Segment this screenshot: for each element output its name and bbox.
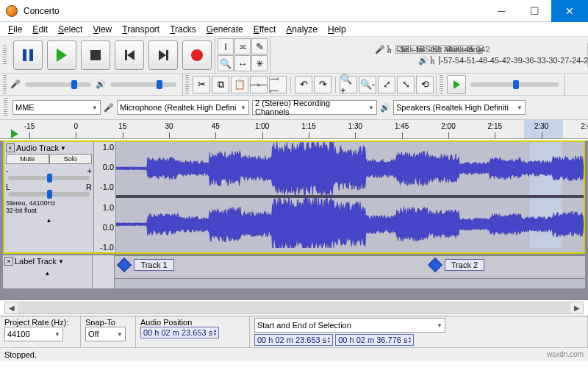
skip-end-button[interactable] (148, 40, 178, 70)
solo-button[interactable]: Solo (49, 154, 93, 164)
horizontal-scrollbar[interactable]: ◀▶ (4, 302, 584, 314)
label-track-lane[interactable]: Track 1Track 2 (115, 255, 585, 279)
selection-mode-select[interactable]: Start and End of Selection▼ (254, 318, 445, 333)
skip-start-button[interactable] (115, 40, 144, 70)
waveform-left-channel[interactable] (116, 142, 584, 195)
menu-effect[interactable]: Effect (248, 23, 281, 36)
maximize-button[interactable]: ☐ (518, 0, 551, 22)
mic-icon: 🎤 (10, 79, 21, 89)
track-collapse-icon[interactable]: ▲ (6, 217, 92, 224)
selection-start-field[interactable]: 00 h 02 m 23.653 s▴▾ (254, 334, 333, 346)
track-title: Audio Track (16, 143, 59, 152)
speaker-icon: 🔊 (96, 79, 106, 89)
label-marker[interactable]: Track 2 (430, 259, 484, 271)
audio-position-field[interactable]: 00 h 02 m 23.653 s▴▾ (140, 327, 219, 338)
zoom-tool-icon[interactable]: 🔍 (218, 55, 234, 71)
track-format-label: Stereo, 44100Hz 32-bit float (6, 199, 92, 214)
mute-button[interactable]: Mute (6, 154, 49, 164)
device-toolbar: MME▼ 🎤 Microphone (Realtek High Defini▼ … (0, 96, 588, 120)
transport-toolbar (0, 38, 215, 73)
watermark-text: wsxdn.com (547, 350, 584, 358)
status-bar: Stopped. wsxdn.com (0, 347, 588, 361)
speaker-icon: 🔊 (418, 56, 429, 65)
copy-icon[interactable]: ⧉ (212, 76, 229, 93)
play-button[interactable] (47, 40, 76, 70)
cut-icon[interactable]: ✂ (193, 76, 210, 93)
app-icon (6, 5, 18, 17)
label-track: × Label Track ▼ ▲ Track 1Track 2 (3, 255, 585, 288)
tools-toolbar: I ≍ ✎ 🔍 ↔ ✳ (215, 36, 270, 74)
track-menu-icon[interactable]: ▼ (58, 258, 64, 265)
audio-position-label: Audio Position (140, 318, 192, 327)
menu-help[interactable]: Help (323, 23, 351, 36)
playback-volume-slider[interactable] (110, 82, 176, 87)
snap-to-select[interactable]: Off▼ (85, 327, 126, 341)
audio-host-select[interactable]: MME▼ (12, 100, 101, 115)
play-at-speed-button[interactable] (447, 75, 466, 94)
fit-project-icon[interactable]: ⤡ (397, 76, 415, 93)
timeline-ruler[interactable]: -1501530451:001:151:301:452:002:152:302:… (0, 120, 588, 139)
envelope-tool-icon[interactable]: ≍ (234, 38, 251, 54)
zoom-out-icon[interactable]: 🔍- (359, 76, 376, 93)
timeshift-tool-icon[interactable]: ↔ (234, 55, 251, 71)
project-rate-label: Project Rate (Hz): (4, 318, 68, 327)
recording-device-select[interactable]: Microphone (Realtek High Defini▼ (117, 100, 249, 115)
playback-device-select[interactable]: Speakers (Realtek High Definiti▼ (393, 100, 526, 115)
trim-icon[interactable]: ⟞⟝ (250, 76, 268, 93)
project-rate-select[interactable]: 44100▼ (4, 327, 63, 341)
audio-track: × Audio Track ▼ Mute Solo -+ LR Stereo, … (3, 141, 585, 254)
selection-toolbar: Project Rate (Hz): 44100▼ Snap-To Off▼ A… (0, 316, 588, 347)
zoom-in-icon[interactable]: 🔍+ (340, 76, 357, 93)
mic-icon: 🎤 (375, 45, 385, 54)
recording-volume-slider[interactable] (25, 82, 91, 87)
menu-view[interactable]: View (87, 23, 117, 36)
mic-icon: 🎤 (104, 103, 114, 113)
menu-select[interactable]: Select (53, 23, 87, 36)
menu-generate[interactable]: Generate (201, 23, 248, 36)
toolbar-grip[interactable] (3, 46, 7, 65)
menu-edit[interactable]: Edit (27, 23, 53, 36)
menu-tracks[interactable]: Tracks (165, 23, 201, 36)
gain-slider[interactable] (8, 176, 90, 180)
selection-tool-icon[interactable]: I (218, 38, 234, 54)
record-button[interactable] (182, 40, 212, 70)
close-button[interactable]: ✕ (551, 0, 588, 22)
stop-button[interactable] (81, 40, 110, 70)
pause-button[interactable] (13, 40, 43, 70)
recording-meter[interactable]: -57-54-51-48-45-42 Click to Start Monito… (395, 45, 483, 54)
track-close-button[interactable]: × (4, 257, 13, 266)
snap-to-label: Snap-To (85, 318, 115, 327)
status-text: Stopped. (4, 350, 37, 359)
mixer-toolbar: 🎤 🔊 (0, 74, 183, 96)
redo-icon[interactable]: ↷ (314, 76, 331, 93)
meters-toolbar: 🎤 LR -57-54-51-48-45-42 Click to Start M… (270, 43, 588, 67)
menu-bar: File Edit Select View Transport Tracks G… (0, 22, 588, 37)
multi-tool-icon[interactable]: ✳ (251, 55, 268, 71)
menu-transport[interactable]: Transport (117, 23, 165, 36)
silence-icon[interactable]: ⟞ ⟝ (269, 76, 287, 93)
track-control-panel[interactable]: × Audio Track ▼ Mute Solo -+ LR Stereo, … (4, 142, 94, 252)
window-title: Concerto (24, 6, 485, 16)
menu-analyze[interactable]: Analyze (281, 23, 323, 36)
fit-selection-icon[interactable]: ⤢ (378, 76, 395, 93)
recording-channels-select[interactable]: 2 (Stereo) Recording Channels▼ (252, 100, 377, 115)
track-collapse-icon[interactable]: ▲ (4, 270, 90, 277)
playback-meter[interactable]: -57-54-51-48-45-42-39-36-33-30-27-24-21-… (439, 56, 440, 65)
scrub-play-icon[interactable] (11, 130, 18, 138)
menu-file[interactable]: File (3, 23, 27, 36)
minimize-button[interactable]: ─ (485, 0, 518, 22)
label-marker[interactable]: Track 1 (119, 259, 173, 271)
track-close-button[interactable]: × (6, 143, 15, 152)
speaker-icon: 🔊 (380, 103, 390, 113)
edit-toolbar: ✂ ⧉ 📋 ⟞⟝ ⟞ ⟝ ↶ ↷ 🔍+ 🔍- ⤢ ⤡ ⟲ (183, 73, 437, 96)
zoom-toggle-icon[interactable]: ⟲ (416, 76, 434, 93)
track-menu-icon[interactable]: ▼ (60, 145, 66, 152)
draw-tool-icon[interactable]: ✎ (251, 38, 268, 54)
paste-icon[interactable]: 📋 (231, 76, 248, 93)
waveform-right-channel[interactable] (116, 195, 584, 248)
pan-slider[interactable] (8, 192, 90, 196)
vertical-scale: 1.00.0-1.01.00.0-1.0 (94, 142, 116, 252)
playback-speed-slider[interactable] (470, 82, 559, 87)
undo-icon[interactable]: ↶ (295, 76, 312, 93)
selection-end-field[interactable]: 00 h 02 m 36.776 s▴▾ (335, 334, 414, 346)
